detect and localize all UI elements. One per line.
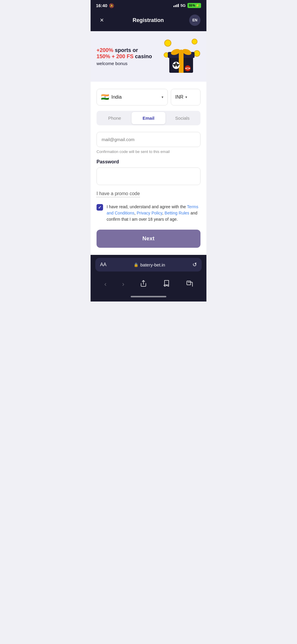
currency-name: INR <box>175 94 184 100</box>
bell-icon: 🔕 <box>109 3 114 8</box>
tab-phone[interactable]: Phone <box>98 112 132 124</box>
reload-button[interactable]: ↺ <box>192 261 197 268</box>
language-button[interactable]: EN <box>189 15 200 26</box>
svg-point-0 <box>165 40 171 46</box>
time-display: 16:40 <box>96 3 107 8</box>
next-button[interactable]: Next <box>97 230 200 248</box>
close-button[interactable]: × <box>97 15 107 26</box>
bookmarks-button[interactable] <box>160 278 173 291</box>
registration-form: 🇮🇳 India ▾ INR ▾ Phone Email Socials Con… <box>91 82 206 255</box>
country-flag: 🇮🇳 <box>101 93 109 101</box>
svg-point-2 <box>194 50 200 56</box>
country-selector[interactable]: 🇮🇳 India ▾ <box>97 89 168 105</box>
svg-rect-14 <box>187 281 191 285</box>
page-title: Registration <box>132 17 164 23</box>
currency-selector[interactable]: INR ▾ <box>171 89 200 105</box>
home-indicator <box>91 293 206 302</box>
url-text: batery-bet.in <box>140 262 165 267</box>
password-input[interactable] <box>97 168 200 185</box>
email-input[interactable] <box>97 132 200 147</box>
lock-icon: 🔒 <box>134 263 138 267</box>
terms-prefix: I have read, understand and agree with t… <box>107 204 187 209</box>
gift-illustration <box>162 37 200 76</box>
chevron-down-icon: ▾ <box>162 95 163 99</box>
bonus-percent-sports: +200% <box>97 47 113 53</box>
browser-url-bar: AA 🔒 batery-bet.in ↺ <box>91 255 206 274</box>
url-display[interactable]: 🔒 batery-bet.in <box>134 262 165 267</box>
currency-chevron-icon: ▾ <box>185 95 187 99</box>
email-hint: Confirmation code will be sent to this e… <box>97 149 200 154</box>
bonus-label-casino: casino <box>135 53 152 59</box>
tab-socials[interactable]: Socials <box>165 112 199 124</box>
signal-icon <box>173 4 179 7</box>
welcome-bonus-label: welcome bonus <box>97 61 162 66</box>
promo-banner: +200% sports or 150% + 200 FS casino wel… <box>91 31 206 82</box>
terms-row: ✓ I have read, understand and agree with… <box>97 204 200 222</box>
back-button[interactable]: ‹ <box>101 279 109 290</box>
svg-point-10 <box>179 50 184 54</box>
home-bar <box>131 296 166 297</box>
country-currency-row: 🇮🇳 India ▾ INR ▾ <box>97 89 200 105</box>
network-type: 5G <box>181 3 186 8</box>
password-label: Password <box>97 159 200 165</box>
header: × Registration EN <box>91 10 206 31</box>
country-name: India <box>111 94 159 100</box>
privacy-link[interactable]: Privacy Policy <box>137 211 162 215</box>
betting-rules-link[interactable]: Betting Rules <box>165 211 189 215</box>
terms-text: I have read, understand and agree with t… <box>107 204 200 222</box>
bonus-percent-casino: 150% + 200 FS <box>97 53 134 59</box>
promo-code-toggle[interactable]: I have a promo code <box>97 191 140 197</box>
terms-comma2: , <box>162 211 165 215</box>
tabs-button[interactable] <box>183 278 196 291</box>
share-button[interactable] <box>137 278 150 291</box>
battery-indicator: 55% ⚡ <box>187 3 201 8</box>
registration-tabs: Phone Email Socials <box>97 111 200 125</box>
terms-checkbox[interactable]: ✓ <box>97 204 103 211</box>
forward-button[interactable]: › <box>119 279 127 290</box>
banner-text: +200% sports or 150% + 200 FS casino wel… <box>97 47 162 66</box>
checkmark-icon: ✓ <box>98 205 102 210</box>
bonus-label-sports: sports or <box>115 47 138 53</box>
aa-button[interactable]: AA <box>100 262 106 267</box>
status-bar: 16:40 🔕 5G 55% ⚡ <box>91 0 206 10</box>
browser-navigation: ‹ › <box>91 274 206 293</box>
svg-point-1 <box>192 39 197 44</box>
tab-email[interactable]: Email <box>132 112 165 124</box>
